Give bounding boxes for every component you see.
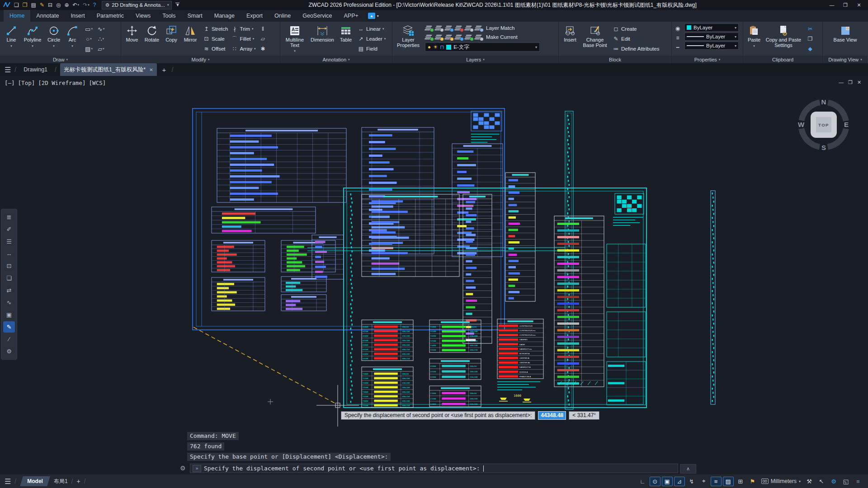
viewport-wcs-control[interactable]: [WCS] xyxy=(89,80,106,86)
spec-table-c[interactable] xyxy=(452,144,503,257)
layout1-tab[interactable]: 布局1 xyxy=(54,478,68,485)
ribbon-tab-smart[interactable]: Smart xyxy=(181,10,208,22)
make-current-button[interactable]: Make Current xyxy=(486,34,518,40)
dynamic-input-toggle[interactable]: ↯ xyxy=(686,477,697,486)
leader-button[interactable]: ↗Leader▾ xyxy=(358,34,386,44)
move-button[interactable]: Move xyxy=(123,23,141,43)
red-spec-table[interactable] xyxy=(212,240,265,272)
offset-button[interactable]: ≋Offset xyxy=(203,44,228,54)
view-compass[interactable]: NSEWTOP xyxy=(798,98,849,151)
color-picker-icon[interactable]: ◉ xyxy=(674,23,682,33)
explode-icon[interactable]: ✱ xyxy=(258,44,267,54)
layer-on-icon[interactable] xyxy=(425,25,434,32)
linetype-legend-table[interactable] xyxy=(554,216,604,387)
ribbon-tab-tools[interactable]: Tools xyxy=(156,10,181,22)
viewport-menu-control[interactable]: [—] xyxy=(5,80,15,86)
dimension-button[interactable]: Dimension xyxy=(308,23,336,43)
new-file-icon[interactable]: ❏ xyxy=(13,2,20,8)
object-snap-toggle[interactable]: ▣ xyxy=(662,477,673,486)
clean-screen-icon[interactable]: ◱ xyxy=(840,477,851,486)
redo-icon[interactable]: ↷▾ xyxy=(81,2,91,8)
title-cells-1[interactable] xyxy=(607,244,646,307)
command-gear-icon[interactable]: ⚙ xyxy=(180,465,186,472)
tray-table-red[interactable]: A1000100x50A1500100x100A2000150x100A2500… xyxy=(362,320,413,361)
panel-label-modify[interactable]: Modify▾ xyxy=(121,56,280,63)
isolate-objects-toggle[interactable]: ⊞ xyxy=(735,477,746,486)
layer-dropdown-caret-icon[interactable]: ▾ xyxy=(535,45,537,49)
region-icon[interactable]: ▱▾ xyxy=(95,44,107,54)
viewport-restore-icon[interactable]: ❐ xyxy=(848,80,853,85)
text-edit-icon[interactable]: ✐ xyxy=(3,224,15,235)
units-dropdown[interactable]: 00 Millimeters ▾ xyxy=(761,478,801,484)
tray-table-magenta[interactable]: C1000100x50C1500100x100C2000150x100 xyxy=(429,386,481,407)
define-attributes-button[interactable]: ≔Define Attributes xyxy=(613,44,659,54)
rectangle-icon[interactable]: ▭▾ xyxy=(83,24,95,34)
ribbon-pin-icon[interactable]: ▲ xyxy=(368,13,375,19)
multiline-text-button[interactable]: A Multiline Text▾ xyxy=(282,23,307,54)
teal-spec-table[interactable] xyxy=(281,277,326,292)
workspace-switcher[interactable]: ⚙ 2D Drafting & Annota... ▾ xyxy=(102,1,172,9)
viewport-close-icon[interactable]: ✕ xyxy=(857,80,861,85)
snap-mode-toggle[interactable]: ⌖ xyxy=(698,477,709,486)
ortho-mode-toggle[interactable]: ∟ xyxy=(637,477,648,486)
dimension-tool-icon[interactable]: ↔ xyxy=(3,248,15,259)
mid-purple-table[interactable] xyxy=(312,235,344,279)
object-snap-tracking-toggle[interactable]: ⊿ xyxy=(674,477,685,486)
line-button[interactable]: Line▾ xyxy=(2,23,21,49)
help-icon[interactable]: ? xyxy=(92,2,98,8)
plot-icon[interactable]: ⊟ xyxy=(47,2,54,8)
ribbon-tab-geoservice[interactable]: GeoService xyxy=(297,10,338,22)
tray-table-yellow[interactable]: T1000100x50T1500100x100T2000150x100T2500… xyxy=(362,367,413,408)
spec-table-b[interactable] xyxy=(362,127,434,254)
block-editor-icon[interactable]: ▣ xyxy=(3,309,15,320)
polyline-button[interactable]: Polyline▾ xyxy=(22,23,43,49)
new-tab-button[interactable]: + xyxy=(160,66,168,74)
paste-button[interactable]: Paste▾ xyxy=(745,23,763,49)
layer-dropdown[interactable]: ● ☀ ⊓ E-文字 ▾ xyxy=(425,42,540,52)
polar-tracking-toggle[interactable]: ⊙ xyxy=(650,477,660,486)
copy-objects-icon[interactable]: ❏ xyxy=(3,272,15,284)
insert-block-button[interactable]: Insert xyxy=(561,23,580,43)
selection-tool-icon[interactable]: ⊡ xyxy=(3,260,15,272)
green-spec-table[interactable] xyxy=(281,240,335,272)
plot-preview-icon[interactable]: ◎ xyxy=(55,2,62,8)
tray-table-green[interactable]: Y1000100x50Y1500100x100Y2000150x100Y2500… xyxy=(429,320,481,352)
viewport-view-control[interactable]: [Top] xyxy=(18,80,35,86)
dynamic-input-angle-field[interactable]: < 331.47° xyxy=(569,411,599,420)
workspace-caret-icon[interactable]: ▾ xyxy=(167,3,169,7)
violet-spec-table[interactable] xyxy=(281,295,326,311)
tab-close-icon[interactable]: ✕ xyxy=(149,67,153,72)
minimize-button[interactable]: — xyxy=(826,2,838,8)
toolbar-pin-icon[interactable]: ▼ xyxy=(175,3,179,7)
layer-order-icon[interactable] xyxy=(465,25,473,32)
legend-table[interactable] xyxy=(212,207,316,233)
ribbon-collapse-caret-icon[interactable]: ▾ xyxy=(377,14,379,18)
ribbon-tab-app-[interactable]: APP+ xyxy=(338,10,364,22)
hatch-icon[interactable]: ▨▾ xyxy=(83,44,95,54)
open-file-icon[interactable]: ❐ xyxy=(21,2,29,8)
linetype-dropdown[interactable]: ByLayer ▾ xyxy=(684,42,739,50)
command-collapse-button[interactable]: ∧ xyxy=(680,464,696,474)
create-block-button[interactable]: ◻Create xyxy=(613,24,659,34)
find-icon[interactable]: ⊕ xyxy=(63,2,70,8)
copy-clip-icon[interactable]: ❐ xyxy=(806,34,815,44)
workspace-switch-icon[interactable]: ⚒ xyxy=(804,477,815,486)
cut-icon[interactable]: ✂ xyxy=(806,24,815,34)
align-icon[interactable]: ‖ xyxy=(258,24,267,34)
polyline-tool-icon[interactable]: ∿ xyxy=(3,297,15,308)
ribbon-tab-insert[interactable]: Insert xyxy=(65,10,90,22)
panel-label-drawing-view[interactable]: Drawing View▾ xyxy=(823,56,868,63)
spec-table-a[interactable] xyxy=(217,128,346,202)
edit-block-button[interactable]: ✎Edit xyxy=(613,34,659,44)
linear-dimension-button[interactable]: ↔Linear▾ xyxy=(358,24,386,34)
fillet-button[interactable]: ⌒Fillet▾ xyxy=(231,34,255,44)
layer-tools-icon[interactable]: ≣ xyxy=(3,211,15,223)
ribbon-tab-manage[interactable]: Manage xyxy=(208,10,241,22)
match-properties-icon[interactable]: ◆ xyxy=(806,44,815,54)
lineweight-icon[interactable]: ≡ xyxy=(674,33,682,42)
save-icon[interactable]: ▤ xyxy=(30,2,38,8)
numbered-list-icon[interactable]: ☰ xyxy=(3,236,15,247)
layer-bulb-icon[interactable] xyxy=(435,34,443,41)
table-button[interactable]: Table xyxy=(337,23,354,43)
yellow-spec-table[interactable] xyxy=(212,277,265,311)
